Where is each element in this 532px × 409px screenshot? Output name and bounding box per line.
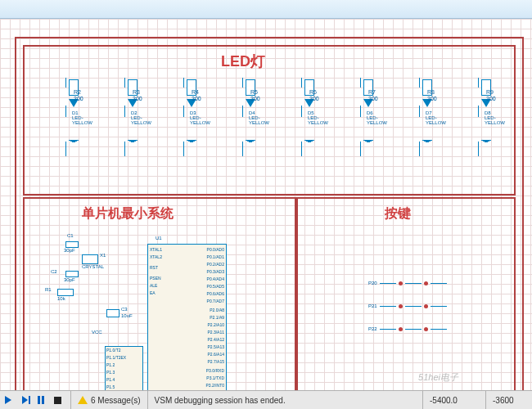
messages-text: 6 Message(s) [91,396,141,405]
watermark: 51hei电子 [418,371,458,384]
button-P20[interactable]: P20 [368,281,447,285]
mcu-chip[interactable]: P0.0/AD0P0.1/AD1P0.2/AD2P0.3/AD3P0.4/AD4… [147,244,227,390]
coord-x: -5400.0 [422,391,485,409]
titlebar [0,0,532,19]
c2-val: 30pF [64,277,75,282]
messages-cell[interactable]: 6 Message(s) [70,391,147,409]
x1-val: CRYSTAL [82,264,104,269]
button-P21[interactable]: P21 [368,303,447,308]
led-unit-2[interactable]: R4 300 D3 LED-YELLOW [167,78,216,142]
proteus-window: LED灯 R2 300 D1 LED-YELLOW R3 300 D2 LED-… [0,0,532,409]
c3-val: 10uF [121,313,133,318]
c1-ref: C1 [67,233,74,238]
button-P22[interactable]: P22 [368,326,447,331]
c3[interactable] [106,309,119,317]
pause-button[interactable] [34,393,47,407]
button-section-box [296,197,516,390]
play-button[interactable] [2,393,15,407]
c1[interactable] [65,241,79,248]
coord-y: -3600 [485,391,532,409]
c2-ref: C2 [51,269,57,274]
led-unit-7[interactable]: R9 300 D8 LED-YELLOW [462,78,511,142]
r1-ref: R1 [45,287,52,292]
status-text-cell: VSM debugging session has ended. [147,391,422,409]
step-button[interactable] [18,393,31,407]
led-unit-6[interactable]: R8 300 D7 LED-YELLOW [403,78,452,142]
p1-port[interactable]: P1.0/T2P1.1/T2EXP1.2P1.3P1.4P1.5P1.6P1.7 [105,346,143,390]
stop-button[interactable] [51,393,64,407]
c3-ref: C3 [121,307,128,312]
x1-ref: X1 [100,253,106,258]
warning-icon [78,396,88,404]
schematic-canvas[interactable]: LED灯 R2 300 D1 LED-YELLOW R3 300 D2 LED-… [0,19,532,390]
led-unit-0[interactable]: R2 300 D1 LED-YELLOW [49,78,98,142]
vcc-label: VCC [92,330,102,335]
led-title: LED灯 [221,52,265,71]
led-unit-1[interactable]: R3 300 D2 LED-YELLOW [108,78,157,142]
c1-val: 30pF [64,248,75,253]
x1[interactable] [82,254,98,264]
statusbar: 6 Message(s) VSM debugging session has e… [0,390,532,409]
r1-val: 10k [57,296,65,301]
status-text: VSM debugging session has ended. [155,396,286,405]
led-unit-4[interactable]: R6 300 D5 LED-YELLOW [285,78,334,142]
button-title: 按键 [385,205,411,222]
c2[interactable] [65,271,79,277]
u1-ref: U1 [156,236,162,240]
led-unit-5[interactable]: R7 300 D6 LED-YELLOW [344,78,393,142]
mcu-title: 单片机最小系统 [82,205,174,222]
r1[interactable] [57,289,74,296]
led-unit-3[interactable]: R5 300 D4 LED-YELLOW [226,78,275,142]
